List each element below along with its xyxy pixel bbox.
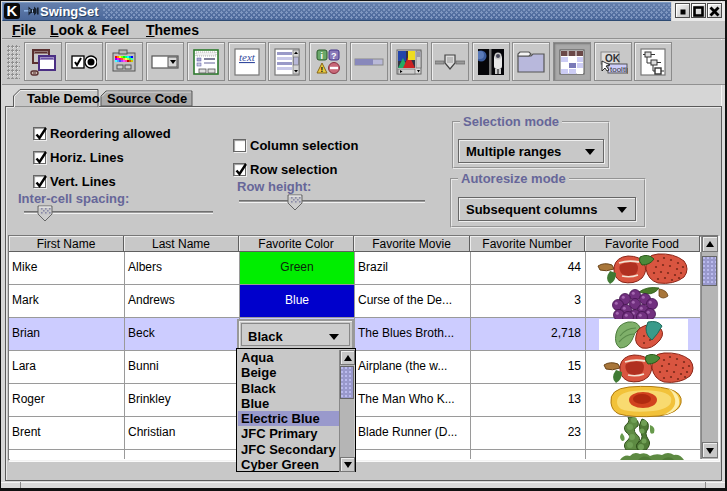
svg-text:!: ! bbox=[321, 65, 324, 74]
svg-text:text: text bbox=[239, 51, 256, 63]
svg-text:i: i bbox=[321, 50, 324, 60]
svg-text:OK: OK bbox=[605, 53, 621, 64]
svg-text:?: ? bbox=[331, 50, 337, 60]
svg-text:tooltip: tooltip bbox=[610, 64, 628, 73]
